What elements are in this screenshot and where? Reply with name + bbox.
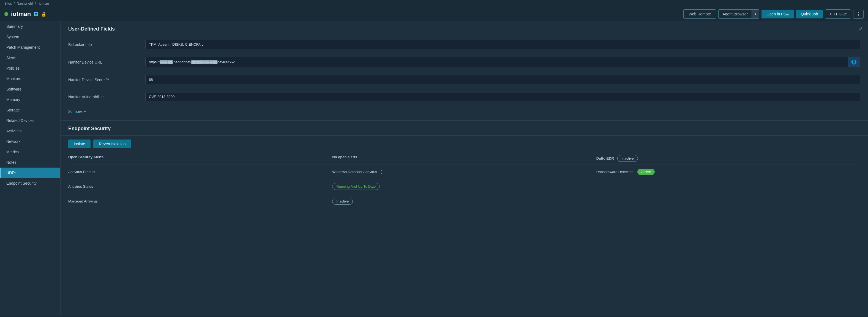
- sidebar-item-patch-management[interactable]: Patch Management: [0, 42, 60, 53]
- breadcrumb-sep2: /: [35, 2, 36, 5]
- sidebar-item-network[interactable]: Network: [0, 136, 60, 147]
- sidebar-item-related-devices[interactable]: Related Devices: [0, 115, 60, 126]
- endpoint-col-alerts: Open Security Alerts: [68, 155, 332, 162]
- udf-section-header: User-Defined Fields ⤢: [61, 21, 868, 36]
- sidebar: Summary System Patch Management Alerts P…: [0, 21, 61, 316]
- breadcrumb-sites[interactable]: Sites: [4, 2, 12, 5]
- udf-row-bitlocker: BitLocker Info TPM: Absent | DISKS: C:EN…: [68, 36, 860, 53]
- sidebar-item-activities[interactable]: Activities: [0, 126, 60, 136]
- agent-browser-dropdown-button[interactable]: ▾: [752, 10, 759, 18]
- udf-value-vulnerability: CVE-2013-3900: [145, 92, 860, 101]
- endpoint-security-section: Endpoint Security Isolate Revert Isolati…: [61, 120, 868, 209]
- ransomware-label: Ransomware Detection: [596, 170, 633, 174]
- endpoint-table: Open Security Alerts No open alerts Datt…: [61, 152, 868, 209]
- av-product-label: Antivirus Product: [68, 170, 332, 174]
- managed-av-value: Inactive: [332, 198, 596, 205]
- endpoint-row-av-status: Antivirus Status Running And Up To Date: [68, 179, 860, 194]
- it-glue-icon: ✦: [829, 12, 833, 16]
- sidebar-item-system[interactable]: System: [0, 32, 60, 42]
- udf-label-device-url: Nanitor Device URL: [68, 60, 145, 64]
- more-options-button[interactable]: ⋮: [853, 10, 864, 19]
- quick-job-button[interactable]: Quick Job: [796, 10, 823, 19]
- chevron-down-icon: ▾: [84, 109, 86, 114]
- breadcrumb-sep1: /: [14, 2, 14, 5]
- device-url-input-container: 🌐: [145, 57, 860, 67]
- breadcrumb-nanitor[interactable]: Nanitor ehf: [17, 2, 33, 5]
- sidebar-item-metrics[interactable]: Metrics: [0, 147, 60, 157]
- sidebar-item-endpoint-security[interactable]: Endpoint Security: [0, 178, 60, 189]
- device-url-input[interactable]: [146, 58, 848, 66]
- udf-label-score: Nanitor Device Score %: [68, 77, 145, 82]
- windows-icon: ⊞: [34, 11, 38, 17]
- open-in-psa-button[interactable]: Open in PSA: [762, 10, 794, 19]
- score-input[interactable]: 68: [145, 75, 860, 84]
- it-glue-button[interactable]: ✦ IT Glue: [825, 9, 851, 19]
- endpoint-table-header: Open Security Alerts No open alerts Datt…: [68, 152, 860, 165]
- endpoint-col-no-alerts: No open alerts: [332, 155, 596, 162]
- endpoint-section-title: Endpoint Security: [68, 126, 111, 131]
- sidebar-item-storage[interactable]: Storage: [0, 105, 60, 115]
- av-menu-icon[interactable]: ⋮: [379, 169, 384, 175]
- device-name: iotman: [11, 10, 31, 18]
- header-actions: Web Remote Agent Browser ▾ Open in PSA Q…: [683, 9, 864, 19]
- udf-section: User-Defined Fields ⤢ BitLocker Info TPM…: [61, 21, 868, 118]
- more-fields-link[interactable]: 26 more ▾: [61, 105, 868, 118]
- main-layout: Summary System Patch Management Alerts P…: [0, 21, 868, 316]
- content-area: User-Defined Fields ⤢ BitLocker Info TPM…: [61, 21, 868, 316]
- ransomware-status-badge: Active: [638, 169, 655, 175]
- udf-row-device-url: Nanitor Device URL 🌐: [68, 53, 860, 71]
- status-dot: [4, 12, 8, 16]
- breadcrumb-current: iotman: [39, 2, 49, 5]
- breadcrumb: Sites / Nanitor ehf / iotman: [0, 0, 868, 7]
- managed-av-label: Managed Antivirus: [68, 199, 332, 203]
- endpoint-row-av-product: Antivirus Product Windows Defender Antiv…: [68, 165, 860, 179]
- udf-label-vulnerability: Nanitor Vulnerabilitie: [68, 95, 145, 99]
- managed-av-status-badge: Inactive: [332, 198, 353, 205]
- agent-browser-main-button[interactable]: Agent Browser: [719, 10, 752, 19]
- ransomware-detection-cell: Ransomware Detection Active: [596, 169, 860, 175]
- sidebar-item-software[interactable]: Software: [0, 84, 60, 94]
- av-product-value: Windows Defender Antivirus ⋮: [332, 169, 596, 175]
- lock-icon: 🔒: [41, 11, 46, 17]
- udf-value-score: 68: [145, 75, 860, 84]
- url-open-button[interactable]: 🌐: [848, 57, 860, 67]
- udf-value-bitlocker: TPM: Absent | DISKS: C:ENCFAIL: [145, 40, 860, 49]
- endpoint-section-header: Endpoint Security: [61, 121, 868, 136]
- it-glue-label: IT Glue: [834, 12, 847, 16]
- av-product-name: Windows Defender Antivirus: [332, 170, 377, 174]
- endpoint-actions: Isolate Revert Isolation: [61, 136, 868, 152]
- top-header: iotman ⊞ 🔒 Web Remote Agent Browser ▾ Op…: [0, 7, 868, 21]
- av-status-label: Antivirus Status: [68, 184, 332, 189]
- datto-edr-status-badge: Inactive: [617, 155, 638, 162]
- udf-label-bitlocker: BitLocker Info: [68, 42, 145, 47]
- bitlocker-input[interactable]: TPM: Absent | DISKS: C:ENCFAIL: [145, 40, 860, 49]
- vulnerability-input[interactable]: CVE-2013-3900: [145, 92, 860, 101]
- sidebar-item-alerts[interactable]: Alerts: [0, 53, 60, 63]
- revert-isolation-button[interactable]: Revert Isolation: [93, 139, 131, 148]
- endpoint-row-managed-av: Managed Antivirus Inactive: [68, 194, 860, 209]
- isolate-button[interactable]: Isolate: [68, 139, 91, 148]
- agent-browser-button-group: Agent Browser ▾: [718, 9, 759, 19]
- device-title: iotman ⊞ 🔒: [4, 10, 46, 18]
- sidebar-item-memory[interactable]: Memory: [0, 94, 60, 105]
- udf-section-title: User-Defined Fields: [68, 26, 115, 32]
- udf-table: BitLocker Info TPM: Absent | DISKS: C:EN…: [61, 36, 868, 105]
- av-status-value: Running And Up To Date: [332, 183, 596, 190]
- sidebar-item-monitors[interactable]: Monitors: [0, 73, 60, 84]
- udf-row-vulnerability: Nanitor Vulnerabilitie CVE-2013-3900: [68, 88, 860, 105]
- endpoint-col-datto: Datto EDR Inactive: [596, 155, 860, 162]
- sidebar-item-summary[interactable]: Summary: [0, 21, 60, 32]
- udf-value-device-url: 🌐: [145, 57, 860, 67]
- av-status-badge: Running And Up To Date: [332, 183, 380, 190]
- udf-row-score: Nanitor Device Score % 68: [68, 71, 860, 88]
- sidebar-item-udfs[interactable]: UDFs: [0, 167, 60, 178]
- expand-icon[interactable]: ⤢: [859, 26, 863, 31]
- sidebar-item-policies[interactable]: Policies: [0, 63, 60, 73]
- web-remote-button[interactable]: Web Remote: [683, 9, 716, 19]
- more-fields-label: 26 more: [68, 109, 82, 114]
- sidebar-item-notes[interactable]: Notes: [0, 157, 60, 167]
